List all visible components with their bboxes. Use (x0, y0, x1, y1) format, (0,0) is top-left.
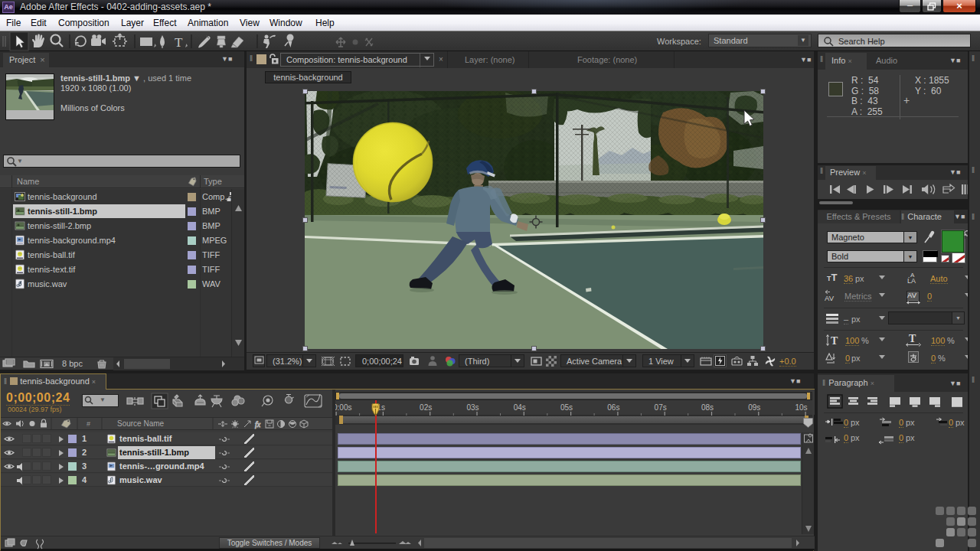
svg-text:Source Name: Source Name (117, 419, 165, 428)
svg-text:0:00s: 0:00s (335, 403, 351, 412)
svg-text:10s: 10s (795, 403, 808, 412)
svg-text:fx: fx (255, 420, 261, 429)
svg-text:T: T (909, 333, 916, 344)
svg-text:02s: 02s (420, 403, 432, 412)
svg-text:06s: 06s (607, 403, 619, 412)
svg-text:8 bpc: 8 bpc (62, 359, 83, 368)
svg-text:AV: AV (825, 294, 835, 302)
svg-text:04s: 04s (514, 403, 526, 412)
svg-text:#: # (87, 420, 90, 428)
svg-text:07s: 07s (655, 403, 667, 412)
svg-text:09s: 09s (748, 403, 760, 412)
svg-text:T: T (175, 35, 183, 50)
svg-text:T: T (831, 335, 838, 347)
svg-text:AV: AV (907, 291, 917, 299)
svg-text:05s: 05s (560, 403, 573, 412)
svg-text:03s: 03s (466, 403, 479, 412)
svg-text:ĹA: ĹA (907, 277, 916, 285)
svg-text:08s: 08s (701, 403, 714, 412)
